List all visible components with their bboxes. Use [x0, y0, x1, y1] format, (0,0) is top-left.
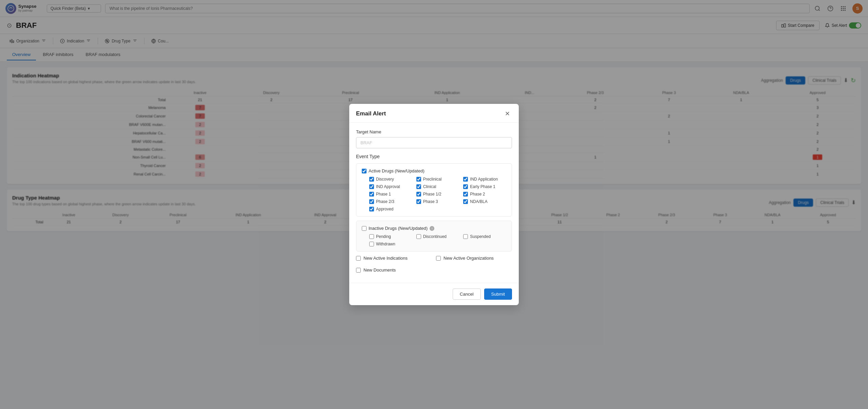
sub-nda-bla[interactable]: NDA/BLA: [463, 199, 506, 204]
submit-button[interactable]: Submit: [484, 289, 512, 300]
active-drugs-sub-checkboxes: Discovery Preclinical IND Application IN…: [369, 177, 506, 211]
new-active-indications-row[interactable]: New Active Indications: [356, 256, 432, 261]
active-drugs-label[interactable]: Active Drugs (New/Updated): [369, 168, 425, 173]
new-documents-checkbox[interactable]: [356, 268, 361, 273]
sub-phase-2[interactable]: Phase 2: [463, 192, 506, 197]
cancel-button[interactable]: Cancel: [453, 289, 480, 300]
ind-application-checkbox[interactable]: [463, 177, 468, 182]
inactive-drugs-sub-checkboxes: Pending Discontinued Suspended Withdrawn: [369, 234, 506, 246]
new-active-indications-checkbox[interactable]: [356, 256, 361, 261]
discontinued-checkbox[interactable]: [416, 234, 421, 239]
preclinical-checkbox[interactable]: [416, 177, 421, 182]
phase1-checkbox[interactable]: [369, 192, 374, 197]
modal-footer: Cancel Submit: [349, 283, 519, 305]
sub-approved[interactable]: Approved: [369, 207, 412, 211]
sub-ind-approval[interactable]: IND Approval: [369, 184, 412, 189]
email-alert-modal: Email Alert ✕ Target Name Event Type Act…: [349, 104, 519, 305]
discovery-checkbox[interactable]: [369, 177, 374, 182]
pending-checkbox[interactable]: [369, 234, 374, 239]
withdrawn-checkbox[interactable]: [369, 242, 374, 246]
sub-withdrawn[interactable]: Withdrawn: [369, 242, 412, 246]
new-active-row: New Active Indications New Active Organi…: [356, 256, 512, 264]
sub-pending[interactable]: Pending: [369, 234, 412, 239]
sub-clinical[interactable]: Clinical: [416, 184, 459, 189]
early-phase1-checkbox[interactable]: [463, 184, 468, 189]
clinical-checkbox[interactable]: [416, 184, 421, 189]
sub-ind-application[interactable]: IND Application: [463, 177, 506, 182]
inactive-drugs-checkbox[interactable]: [362, 226, 367, 231]
active-drugs-checkbox[interactable]: [362, 169, 367, 173]
modal-header: Email Alert ✕: [349, 104, 519, 123]
phase3-checkbox[interactable]: [416, 199, 421, 204]
phase2-checkbox[interactable]: [463, 192, 468, 197]
target-name-label: Target Name: [356, 129, 512, 134]
new-documents-row[interactable]: New Documents: [356, 267, 512, 273]
new-active-orgs-row[interactable]: New Active Organizations: [436, 256, 512, 261]
active-drugs-checkbox-row[interactable]: Active Drugs (New/Updated): [362, 168, 506, 173]
sub-preclinical[interactable]: Preclinical: [416, 177, 459, 182]
sub-phase-3[interactable]: Phase 3: [416, 199, 459, 204]
sub-phase-1-2[interactable]: Phase 1/2: [416, 192, 459, 197]
modal-title: Email Alert: [356, 110, 386, 117]
phase23-checkbox[interactable]: [369, 199, 374, 204]
new-active-orgs-label[interactable]: New Active Organizations: [443, 256, 494, 261]
approved-checkbox[interactable]: [369, 207, 374, 211]
suspended-checkbox[interactable]: [463, 234, 468, 239]
active-drugs-group: Active Drugs (New/Updated) Discovery Pre…: [356, 163, 512, 217]
info-icon: i: [430, 226, 434, 231]
sub-discovery[interactable]: Discovery: [369, 177, 412, 182]
sub-early-phase-1[interactable]: Early Phase 1: [463, 184, 506, 189]
sub-suspended[interactable]: Suspended: [463, 234, 506, 239]
modal-close-button[interactable]: ✕: [503, 110, 512, 117]
event-type-label: Event Type: [356, 154, 512, 159]
new-active-indications-label[interactable]: New Active Indications: [363, 256, 408, 261]
inactive-drugs-group: Inactive Drugs (New/Updated) i Pending D…: [356, 221, 512, 252]
new-documents-label[interactable]: New Documents: [363, 267, 396, 273]
modal-overlay: Email Alert ✕ Target Name Event Type Act…: [0, 0, 868, 409]
target-name-input[interactable]: [356, 137, 512, 148]
nda-bla-checkbox[interactable]: [463, 199, 468, 204]
phase12-checkbox[interactable]: [416, 192, 421, 197]
ind-approval-checkbox[interactable]: [369, 184, 374, 189]
inactive-drugs-label[interactable]: Inactive Drugs (New/Updated): [369, 226, 428, 231]
inactive-drugs-checkbox-row[interactable]: Inactive Drugs (New/Updated) i: [362, 226, 506, 231]
new-active-orgs-checkbox[interactable]: [436, 256, 441, 261]
sub-phase-2-3[interactable]: Phase 2/3: [369, 199, 412, 204]
modal-body: Target Name Event Type Active Drugs (New…: [349, 123, 519, 283]
sub-phase-1[interactable]: Phase 1: [369, 192, 412, 197]
sub-discontinued[interactable]: Discontinued: [416, 234, 459, 239]
